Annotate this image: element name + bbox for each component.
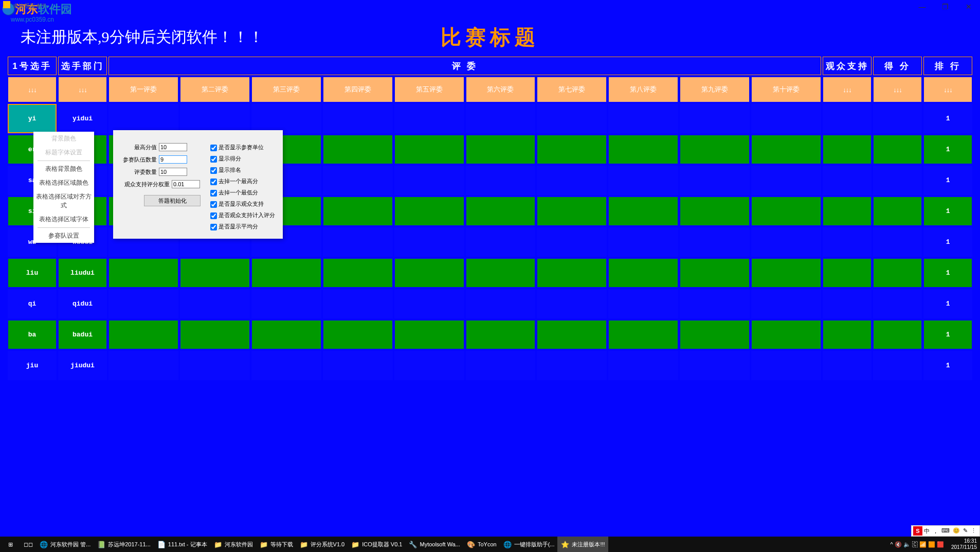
cb-show-audience[interactable]: 是否显示观众支持 (208, 200, 278, 209)
col-contestant[interactable]: 1号选手 (8, 57, 57, 75)
cell-judge[interactable] (180, 320, 250, 349)
cell-judge[interactable] (466, 135, 536, 164)
cb-drop-high[interactable]: 去掉一个最高分 (208, 177, 278, 187)
cell-judge[interactable] (180, 258, 250, 288)
col-score[interactable]: 得 分 (873, 57, 922, 75)
cell-judge[interactable] (180, 351, 250, 380)
cb-show-score[interactable]: 显示得分 (208, 154, 278, 164)
cell-judge[interactable] (394, 135, 464, 164)
cell-score[interactable] (873, 135, 922, 164)
system-tray[interactable]: ^ 🔇 🔈 🇨 📶 🟧 🟥 (886, 541, 948, 548)
cell-judge[interactable] (466, 166, 536, 195)
cell-judge[interactable] (323, 258, 393, 288)
cell-rank[interactable]: 1 (923, 104, 972, 133)
cell-judge[interactable] (466, 197, 536, 226)
subcol-judge-10[interactable]: 第十评委 (751, 77, 821, 102)
cell-judge[interactable] (680, 166, 750, 195)
cell-rank[interactable]: 1 (923, 227, 972, 257)
subcol-rank[interactable]: ↓↓↓ (923, 77, 972, 102)
cell-judge[interactable] (680, 320, 750, 349)
subcol-score[interactable]: ↓↓↓ (873, 77, 922, 102)
cb-show-avg[interactable]: 是否显示平均分 (208, 222, 278, 232)
cell-judge[interactable] (394, 227, 464, 257)
taskbar-item[interactable]: 📄111.txt - 记事本 (154, 537, 210, 552)
cell-audience[interactable] (823, 351, 872, 380)
cell-judge[interactable] (251, 320, 321, 349)
cell-judge[interactable] (323, 104, 393, 133)
cell-dept[interactable]: badui (58, 320, 107, 349)
cell-judge[interactable] (680, 289, 750, 318)
cell-judge[interactable] (466, 289, 536, 318)
cell-judge[interactable] (537, 289, 607, 318)
window-minimize[interactable]: — (911, 0, 934, 14)
language-bar[interactable]: S 中，⌨😊✎⋮ (911, 525, 980, 537)
cell-score[interactable] (873, 320, 922, 349)
menu-table-sel-color[interactable]: 表格选择区域颜色 (33, 176, 94, 190)
cell-judge[interactable] (323, 320, 393, 349)
data-row[interactable]: jiujiudui1 (8, 351, 972, 380)
cell-judge[interactable] (751, 320, 821, 349)
cell-judge[interactable] (394, 104, 464, 133)
max-score-input[interactable] (159, 143, 187, 151)
cell-audience[interactable] (823, 289, 872, 318)
cell-rank[interactable]: 1 (923, 166, 972, 195)
taskbar-item[interactable]: ⭐未注册版本!!! (557, 537, 608, 552)
cell-judge[interactable] (751, 104, 821, 133)
col-rank[interactable]: 排 行 (923, 57, 972, 75)
sogou-icon[interactable]: S (913, 526, 922, 536)
team-count-input[interactable] (159, 155, 187, 164)
cell-audience[interactable] (823, 135, 872, 164)
subcol-judge-6[interactable]: 第六评委 (466, 77, 536, 102)
cell-judge[interactable] (751, 227, 821, 257)
cell-judge[interactable] (323, 166, 393, 195)
cell-judge[interactable] (323, 289, 393, 318)
cell-rank[interactable]: 1 (923, 320, 972, 349)
context-menu[interactable]: 背景颜色 标题字体设置 表格背景颜色 表格选择区域颜色 表格选择区域对齐方式 表… (33, 132, 94, 243)
menu-bg-color[interactable]: 背景颜色 (33, 132, 94, 146)
subcol-dept[interactable]: ↓↓↓ (58, 77, 107, 102)
lang-item[interactable]: 😊 (951, 527, 961, 535)
cell-contestant[interactable]: yi (8, 104, 57, 133)
menu-table-sel-align[interactable]: 表格选择区域对齐方式 (33, 190, 94, 212)
menu-table-sel-font[interactable]: 表格选择区域字体 (33, 212, 94, 226)
cell-judge[interactable] (108, 104, 178, 133)
cell-dept[interactable]: jiudui (58, 351, 107, 380)
cell-judge[interactable] (680, 351, 750, 380)
task-view-icon[interactable]: ◻◻ (21, 537, 36, 552)
cell-judge[interactable] (608, 135, 678, 164)
cell-audience[interactable] (823, 227, 872, 257)
menu-team-settings[interactable]: 参赛队设置 (33, 229, 94, 243)
cell-judge[interactable] (466, 320, 536, 349)
cell-judge[interactable] (680, 135, 750, 164)
subcol-judge-7[interactable]: 第七评委 (537, 77, 607, 102)
subcol-judge-2[interactable]: 第二评委 (180, 77, 250, 102)
cell-judge[interactable] (251, 289, 321, 318)
cell-judge[interactable] (108, 258, 178, 288)
start-button[interactable]: ⊞ (0, 541, 21, 548)
lang-item[interactable]: ， (931, 527, 940, 535)
cell-judge[interactable] (394, 197, 464, 226)
cell-score[interactable] (873, 227, 922, 257)
cell-judge[interactable] (608, 166, 678, 195)
cell-judge[interactable] (323, 351, 393, 380)
cell-audience[interactable] (823, 320, 872, 349)
data-row[interactable]: yiyidui1 (8, 104, 972, 133)
cell-score[interactable] (873, 289, 922, 318)
cell-judge[interactable] (394, 320, 464, 349)
cell-judge[interactable] (608, 258, 678, 288)
cell-contestant[interactable]: liu (8, 258, 57, 288)
cell-judge[interactable] (466, 351, 536, 380)
cell-judge[interactable] (537, 135, 607, 164)
cell-judge[interactable] (323, 227, 393, 257)
cb-show-rank[interactable]: 显示排名 (208, 166, 278, 175)
taskbar-item[interactable]: 🔧Mytoolsoft Wa... (405, 537, 463, 552)
cell-judge[interactable] (537, 197, 607, 226)
cb-show-unit[interactable]: 是否显示参赛单位 (208, 143, 278, 153)
cell-judge[interactable] (537, 351, 607, 380)
cell-rank[interactable]: 1 (923, 258, 972, 288)
menu-table-bg[interactable]: 表格背景颜色 (33, 162, 94, 176)
cell-judge[interactable] (251, 258, 321, 288)
cell-judge[interactable] (466, 104, 536, 133)
cb-drop-low[interactable]: 去掉一个最低分 (208, 188, 278, 198)
audience-weight-input[interactable] (172, 180, 200, 188)
